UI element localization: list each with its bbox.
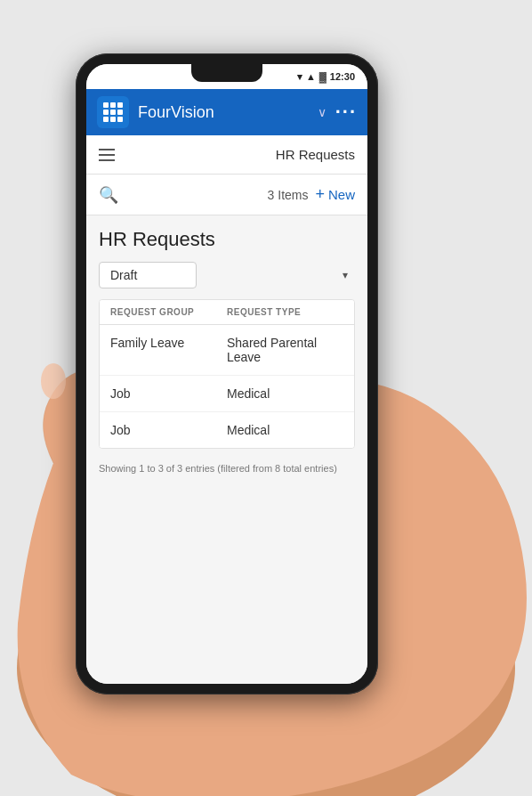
row3-group: Job xyxy=(110,423,227,437)
main-content: HR Requests Draft Submitted Approved Rej… xyxy=(86,215,367,684)
row2-type: Medical xyxy=(227,386,343,401)
nav-title: HR Requests xyxy=(276,147,355,162)
toolbar: 🔍 3 Items + New xyxy=(86,175,367,215)
app-title: FourVision xyxy=(138,103,312,122)
secondary-nav: HR Requests xyxy=(86,135,367,175)
wifi-icon: ▲ xyxy=(306,71,316,82)
requests-table: REQUEST GROUP REQUEST TYPE Family Leave … xyxy=(99,299,355,449)
row1-group: Family Leave xyxy=(110,336,227,364)
more-options-icon[interactable]: ··· xyxy=(335,101,357,124)
new-button-label: New xyxy=(328,187,355,202)
svg-point-7 xyxy=(41,363,66,399)
table-footer: Showing 1 to 3 of 3 entries (filtered fr… xyxy=(99,463,355,474)
table-header: REQUEST GROUP REQUEST TYPE xyxy=(100,300,354,325)
row1-type: Shared Parental Leave xyxy=(227,336,343,364)
status-icons: ▾ ▲ ▓ 12:30 xyxy=(297,71,355,83)
status-dropdown[interactable]: Draft Submitted Approved Rejected xyxy=(99,262,197,288)
phone-device: ▾ ▲ ▓ 12:30 FourVision xyxy=(76,53,378,694)
items-count: 3 Items xyxy=(268,188,309,202)
hand-container: ▾ ▲ ▓ 12:30 FourVision xyxy=(0,0,532,796)
search-icon[interactable]: 🔍 xyxy=(99,185,118,205)
grid-dots-icon xyxy=(103,102,123,122)
chevron-down-icon[interactable]: ∨ xyxy=(318,105,326,119)
battery-icon: ▓ xyxy=(319,71,326,82)
col-header-type: REQUEST TYPE xyxy=(227,307,343,317)
top-nav: FourVision ∨ ··· xyxy=(86,89,367,135)
signal-icon: ▾ xyxy=(297,71,302,83)
col-header-group: REQUEST GROUP xyxy=(110,307,227,317)
phone-screen: ▾ ▲ ▓ 12:30 FourVision xyxy=(86,64,367,684)
table-row[interactable]: Family Leave Shared Parental Leave xyxy=(100,325,354,376)
phone-body: ▾ ▲ ▓ 12:30 FourVision xyxy=(76,53,378,694)
table-row[interactable]: Job Medical xyxy=(100,412,354,448)
status-dropdown-wrap: Draft Submitted Approved Rejected ▾ xyxy=(99,262,355,288)
table-row[interactable]: Job Medical xyxy=(100,376,354,412)
row2-group: Job xyxy=(110,386,227,401)
hamburger-menu-icon[interactable] xyxy=(99,149,115,161)
phone-notch xyxy=(191,64,262,82)
plus-icon: + xyxy=(315,185,325,204)
page-title: HR Requests xyxy=(99,228,355,251)
app-grid-icon[interactable] xyxy=(97,96,129,128)
new-button[interactable]: + New xyxy=(315,185,355,204)
dropdown-chevron-icon: ▾ xyxy=(343,269,348,281)
time-display: 12:30 xyxy=(330,71,355,82)
row3-type: Medical xyxy=(227,423,343,437)
